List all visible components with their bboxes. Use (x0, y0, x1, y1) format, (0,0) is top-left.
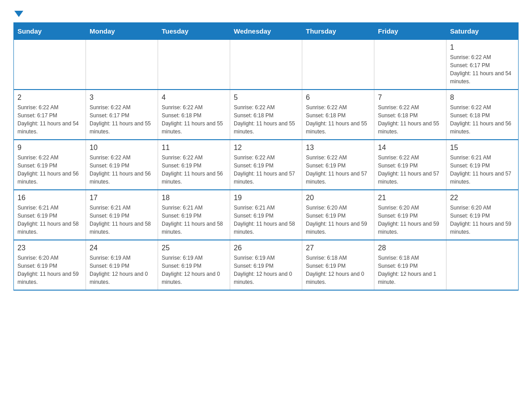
day-info: Sunrise: 6:19 AM Sunset: 6:19 PM Dayligh… (90, 254, 154, 286)
day-number: 26 (234, 244, 298, 252)
day-info: Sunrise: 6:22 AM Sunset: 6:18 PM Dayligh… (306, 103, 370, 136)
day-number: 15 (450, 144, 515, 152)
calendar-day-cell: 19Sunrise: 6:21 AM Sunset: 6:19 PM Dayli… (230, 190, 302, 240)
day-info: Sunrise: 6:22 AM Sunset: 6:19 PM Dayligh… (378, 154, 442, 186)
day-info: Sunrise: 6:22 AM Sunset: 6:19 PM Dayligh… (17, 154, 82, 186)
day-info: Sunrise: 6:22 AM Sunset: 6:18 PM Dayligh… (450, 103, 515, 136)
day-number: 14 (378, 144, 442, 152)
calendar-day-cell: 20Sunrise: 6:20 AM Sunset: 6:19 PM Dayli… (302, 190, 374, 240)
calendar-day-cell (446, 240, 519, 290)
calendar-day-cell: 2Sunrise: 6:22 AM Sunset: 6:17 PM Daylig… (14, 90, 86, 140)
calendar-day-cell: 23Sunrise: 6:20 AM Sunset: 6:19 PM Dayli… (14, 240, 86, 290)
calendar-day-cell (158, 40, 230, 90)
calendar-week-row: 23Sunrise: 6:20 AM Sunset: 6:19 PM Dayli… (14, 240, 519, 290)
logo (13, 9, 23, 15)
day-number: 20 (306, 194, 370, 202)
logo-top (13, 9, 23, 17)
calendar-day-cell (302, 40, 374, 90)
day-number: 23 (17, 244, 82, 252)
day-info: Sunrise: 6:22 AM Sunset: 6:17 PM Dayligh… (90, 103, 154, 136)
day-number: 5 (234, 94, 298, 102)
day-number: 12 (234, 144, 298, 152)
day-number: 25 (162, 244, 226, 252)
day-info: Sunrise: 6:20 AM Sunset: 6:19 PM Dayligh… (17, 254, 82, 286)
day-info: Sunrise: 6:19 AM Sunset: 6:19 PM Dayligh… (234, 254, 298, 286)
day-number: 22 (450, 194, 515, 202)
day-number: 16 (17, 194, 82, 202)
calendar-week-row: 1Sunrise: 6:22 AM Sunset: 6:17 PM Daylig… (14, 40, 519, 90)
calendar-header-monday: Monday (86, 23, 158, 40)
day-info: Sunrise: 6:22 AM Sunset: 6:17 PM Dayligh… (17, 103, 82, 136)
day-info: Sunrise: 6:21 AM Sunset: 6:19 PM Dayligh… (234, 204, 298, 236)
calendar-day-cell: 14Sunrise: 6:22 AM Sunset: 6:19 PM Dayli… (374, 140, 446, 190)
calendar-day-cell: 4Sunrise: 6:22 AM Sunset: 6:18 PM Daylig… (158, 90, 230, 140)
calendar-day-cell: 1Sunrise: 6:22 AM Sunset: 6:17 PM Daylig… (446, 40, 519, 90)
calendar-header-thursday: Thursday (302, 23, 374, 40)
day-info: Sunrise: 6:21 AM Sunset: 6:19 PM Dayligh… (162, 204, 226, 236)
day-number: 7 (378, 94, 442, 102)
day-number: 24 (90, 244, 154, 252)
day-info: Sunrise: 6:22 AM Sunset: 6:18 PM Dayligh… (378, 103, 442, 136)
calendar-day-cell: 17Sunrise: 6:21 AM Sunset: 6:19 PM Dayli… (86, 190, 158, 240)
day-info: Sunrise: 6:18 AM Sunset: 6:19 PM Dayligh… (378, 254, 442, 286)
day-number: 6 (306, 94, 370, 102)
calendar-header-friday: Friday (374, 23, 446, 40)
day-number: 18 (162, 194, 226, 202)
logo-arrow-icon (14, 11, 23, 17)
day-info: Sunrise: 6:22 AM Sunset: 6:18 PM Dayligh… (234, 103, 298, 136)
day-info: Sunrise: 6:20 AM Sunset: 6:19 PM Dayligh… (306, 204, 370, 236)
day-number: 17 (90, 194, 154, 202)
calendar-day-cell: 28Sunrise: 6:18 AM Sunset: 6:19 PM Dayli… (374, 240, 446, 290)
day-info: Sunrise: 6:22 AM Sunset: 6:19 PM Dayligh… (234, 154, 298, 186)
calendar-day-cell (86, 40, 158, 90)
calendar-week-row: 2Sunrise: 6:22 AM Sunset: 6:17 PM Daylig… (14, 90, 519, 140)
calendar-day-cell: 13Sunrise: 6:22 AM Sunset: 6:19 PM Dayli… (302, 140, 374, 190)
calendar-day-cell: 11Sunrise: 6:22 AM Sunset: 6:19 PM Dayli… (158, 140, 230, 190)
calendar-day-cell: 25Sunrise: 6:19 AM Sunset: 6:19 PM Dayli… (158, 240, 230, 290)
day-info: Sunrise: 6:22 AM Sunset: 6:19 PM Dayligh… (162, 154, 226, 186)
day-number: 11 (162, 144, 226, 152)
calendar-day-cell: 21Sunrise: 6:20 AM Sunset: 6:19 PM Dayli… (374, 190, 446, 240)
day-info: Sunrise: 6:19 AM Sunset: 6:19 PM Dayligh… (162, 254, 226, 286)
calendar-header-row: SundayMondayTuesdayWednesdayThursdayFrid… (14, 23, 519, 40)
day-info: Sunrise: 6:20 AM Sunset: 6:19 PM Dayligh… (450, 204, 515, 236)
day-number: 13 (306, 144, 370, 152)
day-info: Sunrise: 6:20 AM Sunset: 6:19 PM Dayligh… (378, 204, 442, 236)
calendar-header-wednesday: Wednesday (230, 23, 302, 40)
calendar-week-row: 16Sunrise: 6:21 AM Sunset: 6:19 PM Dayli… (14, 190, 519, 240)
day-info: Sunrise: 6:22 AM Sunset: 6:19 PM Dayligh… (306, 154, 370, 186)
calendar-day-cell: 26Sunrise: 6:19 AM Sunset: 6:19 PM Dayli… (230, 240, 302, 290)
calendar-day-cell: 5Sunrise: 6:22 AM Sunset: 6:18 PM Daylig… (230, 90, 302, 140)
calendar-day-cell: 22Sunrise: 6:20 AM Sunset: 6:19 PM Dayli… (446, 190, 519, 240)
day-number: 8 (450, 94, 515, 102)
calendar-header-tuesday: Tuesday (158, 23, 230, 40)
day-info: Sunrise: 6:21 AM Sunset: 6:19 PM Dayligh… (450, 154, 515, 186)
day-number: 4 (162, 94, 226, 102)
day-number: 1 (450, 43, 515, 51)
calendar-header-saturday: Saturday (446, 23, 519, 40)
day-info: Sunrise: 6:22 AM Sunset: 6:17 PM Dayligh… (450, 53, 515, 86)
day-info: Sunrise: 6:22 AM Sunset: 6:18 PM Dayligh… (162, 103, 226, 136)
day-number: 19 (234, 194, 298, 202)
calendar-day-cell: 24Sunrise: 6:19 AM Sunset: 6:19 PM Dayli… (86, 240, 158, 290)
calendar-day-cell: 6Sunrise: 6:22 AM Sunset: 6:18 PM Daylig… (302, 90, 374, 140)
day-info: Sunrise: 6:18 AM Sunset: 6:19 PM Dayligh… (306, 254, 370, 286)
calendar-header-sunday: Sunday (14, 23, 86, 40)
day-number: 2 (17, 94, 82, 102)
day-info: Sunrise: 6:22 AM Sunset: 6:19 PM Dayligh… (90, 154, 154, 186)
calendar-table: SundayMondayTuesdayWednesdayThursdayFrid… (13, 22, 519, 291)
page-header (13, 9, 519, 15)
calendar-day-cell (374, 40, 446, 90)
day-number: 3 (90, 94, 154, 102)
day-number: 10 (90, 144, 154, 152)
day-number: 9 (17, 144, 82, 152)
calendar-week-row: 9Sunrise: 6:22 AM Sunset: 6:19 PM Daylig… (14, 140, 519, 190)
calendar-day-cell (14, 40, 86, 90)
calendar-day-cell: 27Sunrise: 6:18 AM Sunset: 6:19 PM Dayli… (302, 240, 374, 290)
calendar-day-cell: 9Sunrise: 6:22 AM Sunset: 6:19 PM Daylig… (14, 140, 86, 190)
calendar-day-cell: 3Sunrise: 6:22 AM Sunset: 6:17 PM Daylig… (86, 90, 158, 140)
calendar-day-cell (230, 40, 302, 90)
calendar-day-cell: 18Sunrise: 6:21 AM Sunset: 6:19 PM Dayli… (158, 190, 230, 240)
calendar-day-cell: 16Sunrise: 6:21 AM Sunset: 6:19 PM Dayli… (14, 190, 86, 240)
calendar-day-cell: 10Sunrise: 6:22 AM Sunset: 6:19 PM Dayli… (86, 140, 158, 190)
